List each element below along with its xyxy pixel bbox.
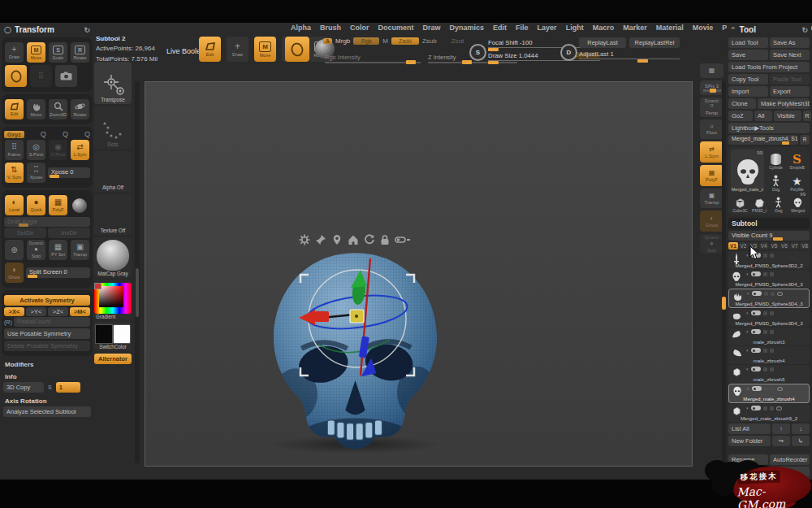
save-next-button[interactable]: Save Next [770,50,810,60]
menu-macro[interactable]: Macro [593,24,615,34]
hue-ring[interactable] [94,283,132,314]
sym-z-button[interactable]: >Z< [48,307,68,316]
magnet-q3-icon[interactable]: Q [84,131,90,138]
move-out-folder-button[interactable]: ↳ [792,436,810,446]
xpose-slider[interactable]: Xpose 0 [48,167,90,178]
copy-3d-button[interactable]: 3D Copy [3,382,44,393]
replay-last-rel-button[interactable]: ReplayLastRel [629,37,680,48]
draft-angle-slider[interactable]: Draft Angle [4,217,90,227]
adjust-last-slider[interactable]: AdjustLast 1 [579,50,680,63]
gyro-button[interactable]: ⊕ [5,240,24,260]
subtool-row-3-selected[interactable]: ▾ Merged_PM3D_Sphere3D4_3 [728,289,810,308]
paste-tool-button[interactable]: Paste Tool [770,74,810,85]
subtool-row-1[interactable]: ▾ Merged_PM3D_Sphere3D2_2 [728,251,810,269]
magnet-q2-icon[interactable]: Q [63,131,68,138]
palette-dog2[interactable]: Dog [770,193,788,213]
adjust-last-handle[interactable] [637,59,648,63]
menu-dynamics[interactable]: Dynamics [450,24,485,34]
sym-y-button[interactable]: >Y< [26,307,46,316]
alpha-off-item[interactable]: Alpha Off [94,151,132,192]
polyframe-button[interactable]: ▦PolyF [49,195,67,215]
tab-v6[interactable]: V6 [780,242,789,250]
solo-button-shelf[interactable]: Dynamic●Solo [700,234,723,254]
camera-snapshot-button[interactable] [55,65,77,87]
new-folder-button[interactable]: New Folder [728,436,771,446]
rgb-button[interactable]: Rgb [353,37,379,45]
invdir-button[interactable]: InvDir [48,228,90,238]
tab-v3[interactable]: V3 [749,242,758,250]
copy-tool-button[interactable]: Copy Tool [728,74,768,85]
move-down-button[interactable]: ↓ [792,423,810,434]
move-mode-button[interactable]: M Move [254,37,276,62]
focal-shift-handle[interactable] [488,48,499,51]
menu-alpha[interactable]: Alpha [291,24,311,34]
goz-visible-button[interactable]: Visible [774,111,801,121]
sym-x-button[interactable]: >X< [4,307,24,316]
paint-tools-button[interactable]: ⠿ [30,65,52,87]
subtool-row-2[interactable]: ▾ Merged_PM3D_Sphere3D4_3 [728,270,810,288]
local-symmetry-button[interactable]: ⇄L.Sym [71,140,89,160]
frame-button[interactable]: ⠿Frame [5,140,24,160]
floor-button[interactable]: ⠶Floor [700,119,723,139]
current-tool-thumbnail[interactable]: 99 Merged_male_z [731,150,764,192]
lsym-button[interactable]: ⇄L.Sym [700,141,723,163]
z-intensity-handle[interactable] [462,60,472,64]
left-scrollbar[interactable] [135,81,140,463]
current-tool-slider[interactable]: Merged_male_zbrush4. S1 [728,135,798,145]
palette-cylinder[interactable]: Cylinde [766,150,786,170]
tab-v8[interactable]: V8 [800,242,810,250]
dots-stroke-item[interactable]: Dots [94,106,132,149]
import-button[interactable]: Import [728,86,768,97]
export-button[interactable]: Export [770,86,810,97]
tab-v7[interactable]: V7 [790,242,800,250]
palette-merged[interactable]: 99Merged [788,193,807,213]
subtool-row-6[interactable]: ▾ male_zbrush4 [728,346,810,364]
autoreorder-button[interactable]: AutoReorder [770,454,810,465]
alternator-button[interactable]: Alternator [94,354,132,364]
stroke-dial[interactable]: S [469,44,486,61]
zcut-label[interactable]: Zcut [451,37,464,45]
m-label[interactable]: M [382,37,388,45]
tab-v1[interactable]: V1 [728,242,738,250]
set-pivot-button[interactable]: ◎S.Pivot [27,140,45,160]
move-button[interactable]: MMove [27,42,45,63]
clear-pivot-button[interactable]: ◉C.Pivot [49,140,67,160]
menu-draw[interactable]: Draw [423,24,441,34]
pan-move-button[interactable]: Move [27,99,45,119]
palette-dog[interactable]: Dog [766,172,786,192]
tool-r-button[interactable]: R [800,135,810,145]
tab-v5[interactable]: V5 [770,242,780,250]
transpose-item[interactable]: Transpose [94,62,132,104]
draw-size-handle[interactable] [488,61,499,64]
subtool-section-header[interactable]: Subtool [728,218,810,229]
delete-posable-symmetry-button[interactable]: Delete Posable Symmetry [4,341,90,351]
menu-marker[interactable]: Marker [623,24,647,34]
magnet-q1-icon[interactable]: Q [41,131,46,138]
zadd-button[interactable]: Zadd [391,37,419,45]
clone-button[interactable]: Clone [728,98,756,109]
menu-material[interactable]: Material [656,24,684,34]
visible-count-slider[interactable]: Visible Count 9 [728,231,810,241]
palette-pm3d-cube[interactable]: PM3D_I [750,193,769,213]
edit-button[interactable]: Edit [5,99,24,119]
menu-color[interactable]: Color [350,24,369,34]
spix-slider[interactable]: SPix 3 [700,80,723,95]
panel-refresh-icon[interactable]: ↻ [84,26,90,34]
matcap-item[interactable]: MatCap Gray [94,237,132,278]
preview-sphere-icon[interactable] [72,198,87,213]
gxyz-button[interactable]: Gxyz [4,131,24,138]
grid-tile[interactable]: ▦ [700,63,723,78]
sym-m-button[interactable]: >M< [70,307,90,316]
save-as-button[interactable]: Save As [770,37,810,48]
transform-gizmo[interactable] [286,241,432,387]
solo-button[interactable]: Dynamic●Solo [27,240,45,260]
mrgb-label[interactable]: Mrgb [335,37,350,45]
orbit-rotate-button[interactable]: Rotate [71,99,89,119]
palette-cube3d[interactable]: Cube3C [731,193,749,213]
persp-button[interactable]: Dynamic⠛Persp [700,98,723,117]
transp-button[interactable]: ▣Transp [71,240,89,260]
view-symmetry-button[interactable]: ⇅V. Sym [5,163,24,183]
menu-layer[interactable]: Layer [538,24,557,34]
draw-pointer-button[interactable]: +Draw [5,42,24,63]
rotate-button[interactable]: RRotate [71,42,89,63]
